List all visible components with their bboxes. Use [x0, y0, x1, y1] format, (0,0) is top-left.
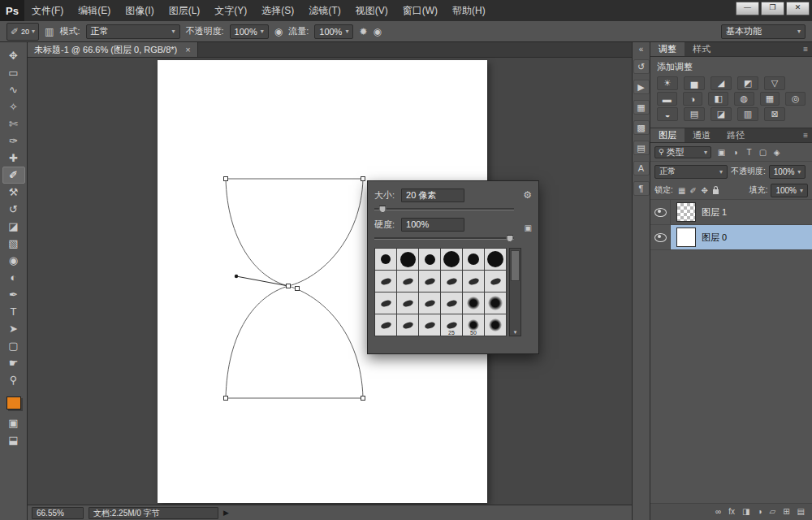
- scrollbar-thumb[interactable]: [511, 250, 520, 281]
- brush-preset-19[interactable]: [375, 314, 396, 336]
- filter-type-icon[interactable]: T: [742, 146, 756, 158]
- menu-edit[interactable]: 编辑(E): [71, 0, 118, 21]
- brush-preset-17[interactable]: [463, 292, 484, 314]
- opacity-select[interactable]: 100% ▾: [230, 24, 269, 39]
- brush-preset-24[interactable]: [485, 314, 506, 336]
- brush-tool[interactable]: ✐: [2, 167, 25, 184]
- gradient-map-icon[interactable]: ▥: [737, 107, 758, 121]
- marquee-tool[interactable]: ▭: [2, 64, 25, 81]
- filter-smart-icon[interactable]: ◈: [770, 146, 784, 158]
- brush-preset-2[interactable]: [397, 249, 418, 270]
- photo-filter-icon[interactable]: ◍: [734, 92, 754, 106]
- posterize-icon[interactable]: ▤: [684, 107, 705, 121]
- brush-preset-20[interactable]: [397, 314, 418, 336]
- document-tab[interactable]: 未标题-1 @ 66.6% (图层 0, RGB/8*) ×: [28, 42, 198, 57]
- shape-tool[interactable]: ▢: [2, 337, 25, 354]
- layer-row[interactable]: 图层 0: [650, 225, 812, 250]
- threshold-icon[interactable]: ◪: [710, 107, 732, 121]
- menu-file[interactable]: 文件(F): [24, 0, 71, 21]
- layer-fill-select[interactable]: 100% ▾: [771, 184, 808, 197]
- invert-icon[interactable]: ◒: [657, 107, 678, 121]
- menu-type[interactable]: 文字(Y): [207, 0, 254, 21]
- tab-channels[interactable]: 通道: [685, 128, 719, 142]
- brightness-contrast-icon[interactable]: ☀: [657, 76, 678, 90]
- status-flyout-arrow[interactable]: ▶: [223, 509, 229, 517]
- close-button[interactable]: ✕: [786, 2, 810, 15]
- canvas-pasteboard[interactable]: [28, 58, 632, 505]
- tab-layers[interactable]: 图层: [650, 128, 685, 142]
- brush-preset-3[interactable]: [419, 249, 440, 270]
- brush-preset-5[interactable]: [463, 249, 484, 270]
- menu-help[interactable]: 帮助(H): [445, 0, 493, 21]
- levels-icon[interactable]: ▅: [684, 76, 705, 90]
- size-input[interactable]: 20 像素: [401, 188, 464, 202]
- brush-grid-scrollbar[interactable]: ▾: [509, 248, 521, 336]
- layer-opacity-select[interactable]: 100% ▾: [769, 165, 806, 179]
- character-panel-icon[interactable]: A: [633, 161, 650, 176]
- brush-preset-18[interactable]: [485, 292, 506, 314]
- brush-preset-6[interactable]: [485, 249, 506, 270]
- scroll-down-icon[interactable]: ▾: [510, 329, 520, 336]
- path-selection-tool[interactable]: ➤: [2, 320, 25, 337]
- layer-group-icon[interactable]: ▱: [769, 504, 775, 520]
- visibility-toggle[interactable]: [650, 225, 671, 249]
- brush-preset-4[interactable]: [441, 249, 462, 270]
- eyedropper-tool[interactable]: ✑: [2, 132, 25, 150]
- close-tab-icon[interactable]: ×: [185, 45, 190, 54]
- menu-layer[interactable]: 图层(L): [162, 0, 208, 21]
- adjustment-layer-icon[interactable]: ◑: [757, 504, 762, 520]
- move-tool[interactable]: ✥: [2, 47, 25, 64]
- menu-window[interactable]: 窗口(W): [395, 0, 445, 21]
- filter-shape-icon[interactable]: ▢: [756, 146, 770, 158]
- tab-adjustments[interactable]: 调整: [650, 42, 685, 56]
- workspace-select[interactable]: 基本功能 ▾: [721, 24, 806, 39]
- brush-preset-14[interactable]: [397, 292, 418, 314]
- minimize-button[interactable]: —: [736, 2, 759, 15]
- paragraph-panel-icon[interactable]: ¶: [633, 181, 650, 196]
- flow-select[interactable]: 100% ▾: [314, 24, 353, 39]
- direction-handle[interactable]: [236, 276, 288, 286]
- brush-preset-8[interactable]: [397, 271, 418, 292]
- type-tool[interactable]: T: [2, 303, 25, 320]
- size-slider-thumb[interactable]: [379, 206, 387, 213]
- brush-preset-7[interactable]: [375, 271, 396, 292]
- gear-icon[interactable]: ⚙: [523, 189, 532, 201]
- healing-brush-tool[interactable]: ✚: [2, 150, 25, 167]
- restore-button[interactable]: ❐: [761, 2, 784, 15]
- hardness-slider[interactable]: [374, 233, 514, 243]
- histogram-panel-icon[interactable]: ▩: [633, 120, 650, 135]
- channel-mixer-icon[interactable]: ▦: [760, 92, 780, 106]
- pressure-size-icon[interactable]: ◉: [373, 26, 381, 37]
- vibrance-icon[interactable]: ▽: [764, 76, 785, 90]
- link-layers-icon[interactable]: ∞: [715, 504, 721, 520]
- foreground-color-swatch[interactable]: [6, 396, 21, 410]
- clone-stamp-tool[interactable]: ⚒: [2, 184, 25, 201]
- filter-pixel-icon[interactable]: ▣: [715, 146, 728, 158]
- info-panel-icon[interactable]: ▦: [633, 100, 650, 115]
- menu-view[interactable]: 视图(V): [348, 0, 395, 21]
- layer-blend-mode-select[interactable]: 正常 ▾: [654, 165, 728, 179]
- quick-mask-button[interactable]: ▣: [2, 414, 25, 431]
- brush-preset-13[interactable]: [375, 292, 396, 314]
- brush-panel-toggle-icon[interactable]: ▥: [45, 26, 54, 37]
- brush-preset-1[interactable]: [375, 249, 396, 270]
- size-slider-track[interactable]: [374, 208, 514, 210]
- size-slider[interactable]: [374, 204, 514, 214]
- hardness-input[interactable]: 100%: [401, 218, 464, 232]
- selective-color-icon[interactable]: ⊠: [764, 107, 785, 121]
- panel-menu-icon[interactable]: ≡: [803, 128, 812, 142]
- expand-panels-icon[interactable]: «: [639, 45, 644, 54]
- color-lookup-icon[interactable]: ◎: [785, 92, 806, 106]
- gradient-tool[interactable]: ▧: [2, 235, 25, 252]
- navigator-panel-icon[interactable]: ▤: [633, 141, 650, 155]
- black-white-icon[interactable]: ◧: [708, 92, 728, 106]
- color-balance-icon[interactable]: ◑: [683, 92, 703, 106]
- new-brush-preset-icon[interactable]: ▣: [525, 223, 532, 232]
- zoom-level-field[interactable]: 66.55%: [32, 507, 84, 519]
- history-panel-icon[interactable]: ↺: [633, 59, 650, 74]
- actions-panel-icon[interactable]: ▶: [633, 80, 650, 94]
- layer-row[interactable]: 图层 1: [650, 200, 812, 225]
- hue-saturation-icon[interactable]: ▬: [657, 92, 677, 106]
- brush-preset-11[interactable]: [463, 271, 484, 292]
- blend-mode-select[interactable]: 正常 ▾: [86, 24, 180, 39]
